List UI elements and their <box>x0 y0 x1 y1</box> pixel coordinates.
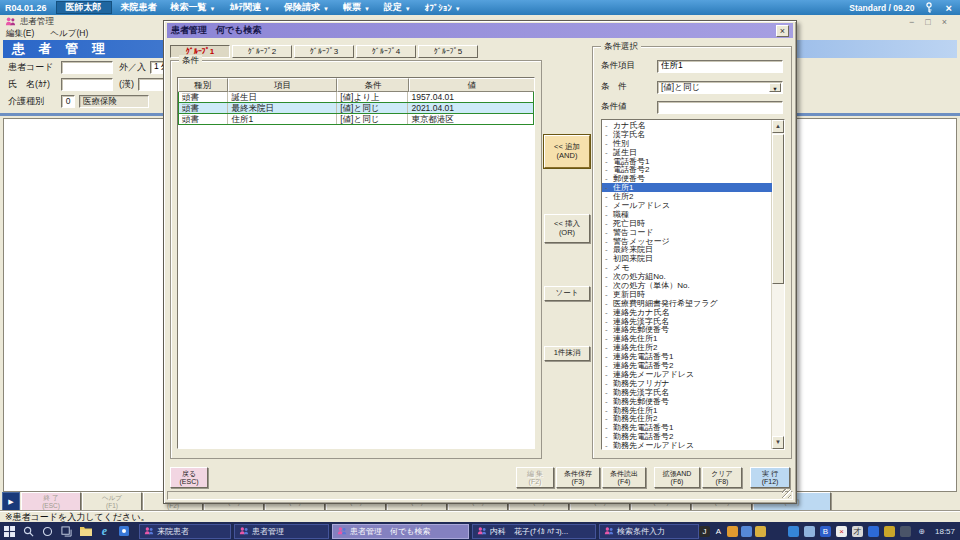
resize-grip[interactable] <box>782 489 791 498</box>
field-list-item[interactable]: 漢字氏名 <box>602 130 772 139</box>
taskbar-clock[interactable]: 18:57 <box>931 527 955 536</box>
menubar-item[interactable]: 検索一覧▼ <box>171 1 216 14</box>
ime-lang-icon[interactable]: J <box>699 526 710 537</box>
field-list-item[interactable]: 医療費明細書発行希望フラグ <box>602 299 772 308</box>
field-list-item[interactable]: 勤務先住所2 <box>602 414 772 423</box>
field-list-item[interactable]: 死亡日時 <box>602 219 772 228</box>
field-list-item[interactable]: 次の処方組No. <box>602 272 772 281</box>
menubar-item[interactable]: 編集(E) <box>6 28 34 40</box>
menubar-item[interactable]: ｶﾙﾃ関連▼ <box>230 1 270 14</box>
field-list-item[interactable]: 誕生日 <box>602 148 772 157</box>
window-close-button[interactable]: × <box>942 17 947 27</box>
field-list-item[interactable]: 勤務先電話番号1 <box>602 423 772 432</box>
condition-row[interactable]: 頭書住所1[値]と同じ東京都港区 <box>178 113 534 125</box>
field-list-item[interactable]: 更新日時 <box>602 290 772 299</box>
condition-item-input[interactable] <box>657 60 783 73</box>
field-list-item[interactable]: 連絡先カナ氏名 <box>602 308 772 317</box>
field-list-item[interactable]: 次の処方（単体）No. <box>602 281 772 290</box>
pinned-app-icon[interactable] <box>114 522 133 540</box>
menubar-item[interactable]: 来院患者 <box>121 1 157 14</box>
start-button[interactable] <box>0 522 19 540</box>
action-f3-button[interactable]: 条件保存(F3) <box>556 467 600 488</box>
tray-status-icon-5[interactable]: 才 <box>852 526 863 537</box>
menubar-item[interactable]: ヘルプ(H) <box>50 28 88 40</box>
sort-button[interactable]: ソート <box>544 286 590 301</box>
chevron-down-icon[interactable]: ▼ <box>769 83 781 92</box>
scroll-down-icon[interactable]: ▼ <box>772 436 784 449</box>
action-f4-button[interactable]: 条件読出(F4) <box>602 467 646 488</box>
tray-app-icon-2[interactable] <box>741 526 752 537</box>
scroll-up-icon[interactable]: ▲ <box>772 120 784 133</box>
condition-row[interactable]: 頭書最終来院日[値]と同じ2021.04.01 <box>178 102 534 114</box>
column-header[interactable]: 種別 <box>178 78 228 92</box>
field-list-item[interactable]: 勤務先電話番号2 <box>602 432 772 441</box>
current-user-button[interactable]: 医師太郎 <box>56 1 112 14</box>
group-tab[interactable]: ｸﾞﾙｰﾌﾟ2 <box>232 45 292 58</box>
field-list-item[interactable]: カナ氏名 <box>602 121 772 130</box>
field-list-item[interactable]: 連絡先郵便番号 <box>602 325 772 334</box>
field-list-item[interactable]: 初回来院日 <box>602 254 772 263</box>
tray-app-icon-1[interactable] <box>727 526 738 537</box>
fkey-esc-button[interactable]: 終 了(ESC) <box>21 492 81 511</box>
condition-operator-select[interactable]: [値]と同じ ▼ <box>657 81 783 94</box>
scrollbar-thumb[interactable] <box>772 134 784 284</box>
dialog-close-button[interactable]: × <box>776 25 789 37</box>
field-list-item[interactable]: 警告メッセージ <box>602 237 772 246</box>
field-list-item[interactable]: 職種 <box>602 210 772 219</box>
insert-or-button[interactable]: << 挿入(OR) <box>544 214 590 243</box>
task-view-icon[interactable] <box>57 522 76 540</box>
window-minimize-button[interactable]: − <box>909 17 914 27</box>
field-list-item[interactable]: 勤務先漢字氏名 <box>602 388 772 397</box>
tray-status-icon-7[interactable] <box>884 526 895 537</box>
field-list-item[interactable]: 勤務先フリガナ <box>602 379 772 388</box>
group-tab[interactable]: ｸﾞﾙｰﾌﾟ3 <box>294 45 354 58</box>
action-f2-button[interactable]: 編 集(F2) <box>516 467 554 488</box>
field-list-item[interactable]: 連絡先メールアドレス <box>602 370 772 379</box>
key-icon[interactable] <box>924 2 934 13</box>
back-button[interactable]: 戻る (ESC) <box>170 467 208 488</box>
column-header[interactable]: 条件 <box>337 78 409 92</box>
menubar-item[interactable]: 設定▼ <box>384 1 411 14</box>
field-list-item[interactable]: 電話番号2 <box>602 165 772 174</box>
condition-row[interactable]: 頭書誕生日[値]より上1957.04.01 <box>178 91 534 103</box>
field-list-item[interactable]: 連絡先電話番号2 <box>602 361 772 370</box>
taskbar-app-button[interactable]: 来院患者 <box>139 524 231 539</box>
field-list-item[interactable]: 連絡先漢字氏名 <box>602 317 772 326</box>
app-launcher-icon[interactable]: ▶ <box>2 492 20 511</box>
group-tab[interactable]: ｸﾞﾙｰﾌﾟ4 <box>356 45 416 58</box>
action-f6-button[interactable]: 拡張AND(F6) <box>654 467 700 488</box>
tray-status-icon-3[interactable]: B <box>820 526 831 537</box>
field-list-item[interactable]: 勤務先メールアドレス <box>602 441 772 450</box>
field-list-item[interactable]: 住所2 <box>602 192 772 201</box>
condition-value-input[interactable] <box>657 101 783 114</box>
taskbar-app-button[interactable]: 患者管理 <box>234 524 329 539</box>
action-f8-button[interactable]: クリア(F8) <box>702 467 742 488</box>
action-f12-button[interactable]: 実 行(F12) <box>750 467 790 488</box>
file-explorer-icon[interactable] <box>76 522 95 540</box>
taskbar-app-button[interactable]: 検索条件入力 <box>599 524 699 539</box>
column-header[interactable]: 値 <box>409 78 534 92</box>
name-kana-input[interactable] <box>61 78 113 91</box>
taskbar-app-button[interactable]: 内科 花子(ﾅｲｶ ﾊﾅｺ)... <box>472 524 596 539</box>
field-list-item[interactable]: 連絡先住所1 <box>602 334 772 343</box>
field-list-item[interactable]: 勤務先郵便番号 <box>602 397 772 406</box>
add-and-button[interactable]: << 追加(AND) <box>544 135 590 168</box>
group-tab[interactable]: ｸﾞﾙｰﾌﾟ5 <box>418 45 478 58</box>
dialog-titlebar[interactable]: 患者管理 何でも検索 × <box>167 23 793 38</box>
internet-explorer-icon[interactable]: e <box>95 522 114 540</box>
tray-status-icon-6[interactable] <box>868 526 879 537</box>
tray-status-icon-8[interactable] <box>900 526 911 537</box>
ime-mode-icon[interactable]: A <box>713 526 724 537</box>
window-maximize-button[interactable]: □ <box>925 17 930 27</box>
field-list-item[interactable]: 性別 <box>602 139 772 148</box>
tray-status-icon-2[interactable] <box>804 526 815 537</box>
fkey-f1-button[interactable]: ヘルプ(F1) <box>82 492 142 511</box>
field-list-item[interactable]: 住所1 <box>602 183 772 192</box>
field-list-item[interactable]: 連絡先電話番号1 <box>602 352 772 361</box>
remove-one-button[interactable]: 1件抹消 <box>544 346 590 361</box>
tray-status-icon-1[interactable] <box>788 526 799 537</box>
field-list-item[interactable]: 連絡先住所2 <box>602 343 772 352</box>
search-icon[interactable] <box>19 522 38 540</box>
menubar-item[interactable]: 帳票▼ <box>343 1 370 14</box>
app-close-button[interactable]: × <box>943 2 955 14</box>
